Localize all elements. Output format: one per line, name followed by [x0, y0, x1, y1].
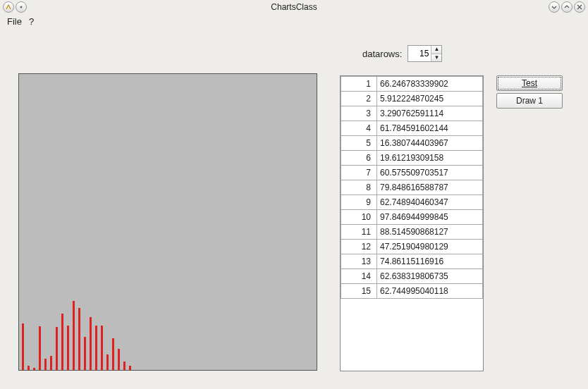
chart-canvas [18, 73, 317, 371]
table-row[interactable]: 1247.251904980129 [341, 240, 483, 254]
chart-bar [90, 317, 92, 370]
datarows-spinner[interactable]: ▲ ▼ [408, 45, 442, 62]
app-icon [3, 1, 14, 13]
chart-bar [39, 326, 41, 370]
row-value: 19.61219309158 [377, 151, 483, 166]
maximize-icon[interactable] [561, 1, 572, 13]
row-value: 61.784591602144 [377, 121, 483, 136]
row-index: 15 [341, 284, 377, 299]
chart-bar [33, 368, 35, 370]
table-row[interactable]: 1462.638319806735 [341, 269, 483, 284]
row-index: 6 [341, 151, 377, 166]
row-index: 13 [341, 254, 377, 269]
row-index: 8 [341, 180, 377, 195]
chart-bar [50, 356, 52, 370]
chart-bar [61, 314, 63, 370]
row-value: 47.251904980129 [377, 240, 483, 254]
row-index: 11 [341, 225, 377, 240]
row-value: 5.912224870245 [377, 92, 483, 106]
chart-bar [22, 323, 24, 370]
chart-bar [73, 301, 75, 370]
menu-help[interactable]: ? [29, 16, 34, 27]
draw1-button[interactable]: Draw 1 [496, 93, 563, 109]
chart-bar [44, 359, 47, 370]
spinner-up-icon[interactable]: ▲ [431, 46, 441, 54]
window-title: ChartsClass [271, 2, 317, 12]
table-row[interactable]: 33.290762591114 [341, 106, 483, 121]
chart-bar [27, 366, 30, 370]
spinner-down-icon[interactable]: ▼ [431, 54, 441, 62]
row-value: 62.638319806735 [377, 269, 483, 284]
close-icon[interactable] [574, 1, 585, 13]
table-row[interactable]: 25.912224870245 [341, 92, 483, 106]
table-row[interactable]: 516.380744403967 [341, 136, 483, 151]
chart-bar [123, 362, 125, 370]
row-index: 12 [341, 240, 377, 254]
row-value: 66.246783339902 [377, 77, 483, 92]
row-value: 3.290762591114 [377, 106, 483, 121]
row-value: 97.846944999845 [377, 210, 483, 225]
chart-bar [118, 349, 120, 370]
chart-bar [84, 337, 86, 370]
table-row[interactable]: 1188.514590868127 [341, 225, 483, 240]
row-value: 74.86115116916 [377, 254, 483, 269]
table-row[interactable]: 962.748940460347 [341, 195, 483, 210]
chart-bar [129, 366, 131, 370]
data-table[interactable]: 166.24678333990225.91222487024533.290762… [340, 75, 484, 371]
row-value: 62.748940460347 [377, 195, 483, 210]
row-value: 16.380744403967 [377, 136, 483, 151]
chart-bar [78, 308, 80, 371]
table-row[interactable]: 461.784591602144 [341, 121, 483, 136]
table-row[interactable]: 1562.744995040118 [341, 284, 483, 299]
row-index: 4 [341, 121, 377, 136]
title-bar: ChartsClass [0, 0, 588, 14]
row-value: 62.744995040118 [377, 284, 483, 299]
chart-bar [56, 327, 58, 370]
svg-point-0 [20, 6, 23, 8]
table-row[interactable]: 879.848616588787 [341, 180, 483, 195]
table-row[interactable]: 619.61219309158 [341, 151, 483, 166]
row-value: 60.575509703517 [377, 166, 483, 180]
chart-bar [95, 326, 97, 370]
chart-bar [106, 354, 109, 370]
row-index: 2 [341, 92, 377, 106]
table-row[interactable]: 166.246783339902 [341, 77, 483, 92]
row-index: 10 [341, 210, 377, 225]
row-index: 9 [341, 195, 377, 210]
chart-bar [67, 326, 69, 370]
table-row[interactable]: 760.575509703517 [341, 166, 483, 180]
minimize-icon[interactable] [549, 1, 560, 13]
menu-bar: File ? [0, 14, 588, 28]
row-value: 88.514590868127 [377, 225, 483, 240]
row-index: 7 [341, 166, 377, 180]
menu-file[interactable]: File [7, 16, 22, 27]
chart-bar [112, 338, 114, 370]
datarows-label: datarows: [362, 49, 402, 59]
row-index: 3 [341, 106, 377, 121]
table-row[interactable]: 1374.86115116916 [341, 254, 483, 269]
window-menu-icon[interactable] [16, 1, 27, 13]
row-value: 79.848616588787 [377, 180, 483, 195]
table-row[interactable]: 1097.846944999845 [341, 210, 483, 225]
test-button[interactable]: Test [496, 75, 563, 91]
row-index: 1 [341, 77, 377, 92]
chart-bar [101, 326, 103, 370]
datarows-input[interactable] [408, 46, 431, 61]
row-index: 5 [341, 136, 377, 151]
row-index: 14 [341, 269, 377, 284]
